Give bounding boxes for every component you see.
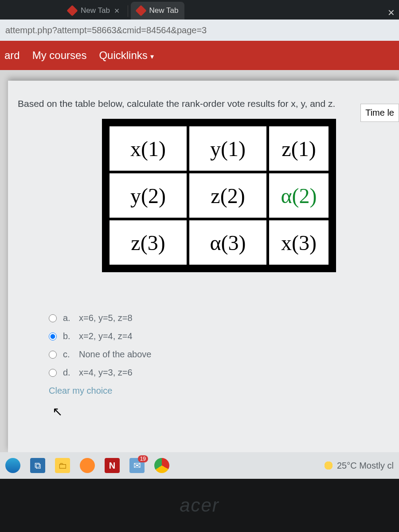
browser-tab-inactive[interactable]: New Tab × (62, 2, 126, 20)
cursor-icon: ↖ (52, 404, 63, 419)
weather-text: 25°C Mostly cl (337, 461, 394, 471)
tab-favicon (135, 5, 146, 16)
browser-tab-active[interactable]: New Tab (131, 2, 185, 20)
time-left-box: Time le (360, 104, 399, 122)
window-close-icon[interactable]: × (388, 6, 395, 20)
weather-widget[interactable]: 25°C Mostly cl (324, 461, 394, 471)
table-cell: α(3) (188, 219, 268, 266)
table-cell: y(2) (108, 172, 188, 219)
rank-order-table: x(1) y(1) z(1) y(2) z(2) α(2) z(3) α(3) … (102, 119, 336, 272)
windows-taskbar: ⧉ 🗀 N ✉19 25°C Mostly cl (0, 452, 399, 479)
mail-icon[interactable]: ✉19 (129, 458, 145, 473)
nav-my-courses[interactable]: My courses (32, 49, 87, 62)
option-a[interactable]: a. x=6, y=5, z=8 (49, 313, 399, 323)
option-a-radio[interactable] (49, 314, 57, 322)
close-icon[interactable]: × (114, 6, 120, 16)
option-b-radio[interactable] (49, 332, 57, 340)
table-cell: x(1) (108, 125, 188, 172)
nav-dashboard[interactable]: ard (4, 49, 20, 62)
lms-navbar: ard My courses Quicklinks ▾ (0, 41, 399, 70)
option-d-radio[interactable] (49, 369, 57, 377)
tab-favicon (66, 5, 78, 16)
option-c[interactable]: c. None of the above (49, 349, 399, 360)
chevron-down-icon: ▾ (150, 53, 154, 60)
table-cell: z(1) (268, 125, 330, 172)
table-cell: x(3) (268, 219, 330, 266)
option-b[interactable]: b. x=2, y=4, z=4 (49, 331, 399, 341)
table-cell: z(3) (108, 219, 188, 266)
option-d[interactable]: d. x=4, y=3, z=6 (49, 368, 399, 378)
table-cell: y(1) (188, 125, 268, 172)
answer-options: a. x=6, y=5, z=8 b. x=2, y=4, z=4 c. Non… (49, 313, 399, 378)
url-text: attempt.php?attempt=58663&cmid=84564&pag… (5, 25, 207, 35)
address-bar[interactable]: attempt.php?attempt=58663&cmid=84564&pag… (0, 20, 399, 41)
clear-choice-link[interactable]: Clear my choice (49, 386, 399, 396)
chrome-icon[interactable] (154, 458, 169, 473)
firefox-icon[interactable] (80, 458, 95, 473)
app-n-icon[interactable]: N (105, 458, 120, 473)
nav-quicklinks[interactable]: Quicklinks ▾ (99, 49, 154, 62)
laptop-bezel: acer (0, 479, 399, 532)
question-prompt: Based on the table below, calculate the … (18, 98, 399, 109)
mail-badge: 19 (138, 455, 148, 462)
page-background: Based on the table below, calculate the … (0, 70, 399, 452)
tab-label: New Tab (81, 6, 110, 15)
file-explorer-icon[interactable]: 🗀 (55, 458, 70, 473)
table-cell: α(2) (268, 172, 330, 219)
browser-tabstrip: New Tab × New Tab × (0, 0, 399, 20)
store-icon[interactable]: ⧉ (30, 458, 45, 473)
sun-icon (324, 461, 333, 470)
laptop-brand: acer (180, 495, 219, 516)
option-c-radio[interactable] (49, 351, 57, 359)
table-cell: z(2) (188, 172, 268, 219)
edge-icon[interactable] (5, 458, 20, 473)
tab-label: New Tab (149, 6, 179, 15)
question-panel: Based on the table below, calculate the … (8, 81, 399, 452)
